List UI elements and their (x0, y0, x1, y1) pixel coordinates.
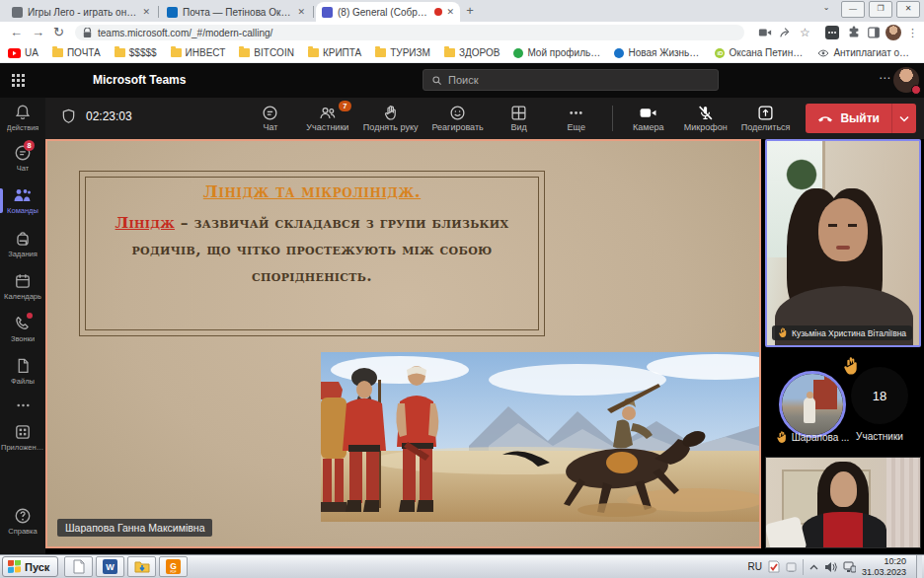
toolbar-divider (612, 106, 613, 131)
extensions-puzzle-icon[interactable] (847, 26, 861, 39)
rail-item-help[interactable]: Справка (0, 507, 45, 536)
video-tile-speaker[interactable]: Кузьміна Христина Віталіївна (765, 139, 921, 347)
hidden-icons-chevron[interactable] (809, 564, 818, 570)
bookmark-star-icon[interactable]: ☆ (800, 26, 813, 39)
extension-badge-icon[interactable] (825, 26, 839, 39)
tray-tool-icon[interactable] (786, 561, 797, 573)
browser-address-bar: ← → ↻ teams.microsoft.com/_#/modern-call… (0, 22, 924, 43)
leave-button[interactable]: Выйти (806, 104, 916, 133)
url-omnibox[interactable]: teams.microsoft.com/_#/modern-calling/ (75, 25, 744, 40)
tab-close-icon[interactable]: ✕ (142, 7, 150, 17)
tab-search-chevron-icon[interactable]: ⌄ (815, 1, 837, 16)
rail-item-teams[interactable]: Команды (0, 186, 45, 215)
teams-header-more-icon[interactable]: ⋯ (879, 71, 891, 85)
waffle-menu-icon[interactable] (12, 74, 25, 87)
window-close-button[interactable]: ✕ (896, 1, 920, 18)
react-button[interactable]: Реагировать (428, 105, 488, 132)
participants-count-circle[interactable]: 18 (851, 367, 908, 424)
teams-icon (13, 186, 33, 204)
leave-options-chevron-icon[interactable] (891, 104, 916, 133)
participants-button[interactable]: 7 Участники (302, 105, 353, 132)
taskbar-app-pdf[interactable]: GPDF (159, 556, 188, 577)
browser-tab-1[interactable]: Игры Лего - играть онлайн бес ✕ (6, 2, 156, 22)
bookmark-item[interactable]: Антиплагиат онлай... (817, 47, 910, 58)
network-icon[interactable] (843, 561, 856, 573)
view-button[interactable]: Вид (494, 105, 545, 132)
tray-divider (803, 559, 804, 575)
volume-icon[interactable] (824, 561, 837, 573)
tab-title: (8) General (Собрание) | Mi (338, 7, 431, 18)
rail-item-files[interactable]: Файлы (0, 357, 45, 386)
side-panel-icon[interactable] (867, 26, 881, 39)
chat-button[interactable]: Чат (245, 105, 296, 132)
language-bar-icon[interactable] (768, 560, 780, 573)
bookmark-item[interactable]: UA (8, 47, 38, 58)
taskbar-app-downloads-folder[interactable] (127, 556, 156, 577)
forward-icon[interactable]: → (32, 22, 44, 43)
browser-profile-avatar[interactable] (886, 25, 901, 40)
tab-close-icon[interactable]: ✕ (446, 7, 454, 17)
react-icon (449, 105, 466, 121)
tab-separator (313, 6, 314, 18)
browser-tab-2[interactable]: Почта — Петінова Оксана Бор ✕ (161, 2, 311, 22)
share-button[interactable]: Поделиться (737, 105, 795, 132)
orcid-icon: iD (715, 48, 725, 58)
mic-button[interactable]: Микрофон (680, 105, 732, 132)
more-button[interactable]: Еще (551, 105, 602, 132)
word-icon: W (103, 559, 117, 574)
bookmark-item[interactable]: ЗДОРОВ (444, 47, 500, 58)
bookmark-item[interactable]: КРИПТА (308, 47, 361, 58)
participants-count: 18 (873, 389, 886, 403)
bookmark-item[interactable]: ИНВЕСТ (171, 47, 226, 58)
tab-camera-icon[interactable] (758, 26, 772, 39)
video-tile-self[interactable] (765, 457, 921, 548)
bookmark-item[interactable]: ТУРИЗМ (375, 47, 430, 58)
slide-title: Лінідж та мікролінідж. (98, 181, 526, 201)
pdf-app-icon: GPDF (166, 559, 181, 574)
taskbar-app-document[interactable] (64, 556, 93, 577)
bookmark-item[interactable]: $$$$$ (115, 47, 157, 58)
mouth (836, 246, 850, 250)
rail-item-more[interactable] (0, 399, 45, 411)
rail-item-apps[interactable]: Приложени... (0, 423, 45, 452)
rail-item-calls[interactable]: Звонки (0, 315, 45, 343)
window-restore-button[interactable]: ❐ (869, 1, 892, 18)
outlook-favicon (167, 7, 178, 18)
bookmarks-bar: UA ПОЧТА $$$$$ ИНВЕСТ BITCOIN КРИПТА ТУР… (0, 43, 924, 63)
folder-icon (444, 48, 455, 57)
bookmark-item[interactable]: iDОксана Петинова (... (715, 47, 804, 58)
taskbar-clock[interactable]: 10:20 31.03.2023 (862, 556, 906, 578)
participant-avatar[interactable] (779, 371, 846, 438)
show-desktop-button[interactable] (916, 555, 922, 578)
bookmark-item[interactable]: Новая Жизнь | Оф... (614, 47, 701, 58)
browser-menu-kebab-icon[interactable]: ⋮ (907, 22, 918, 43)
game-favicon (12, 7, 23, 18)
raise-hand-button[interactable]: Поднять руку (359, 105, 423, 132)
slide-term: Лінідж (116, 213, 175, 232)
bookmark-item[interactable]: ПОЧТА (52, 47, 101, 58)
rail-item-assignments[interactable]: Задания (0, 230, 45, 258)
folder-icon (115, 48, 125, 57)
rail-item-activity[interactable]: Действия (0, 104, 45, 132)
bookmark-item[interactable]: Мой профиль • OL... (513, 47, 600, 58)
slide-body-text: – зазвичай складався з групи близьких ро… (132, 213, 509, 285)
teams-search-input[interactable]: Поиск (423, 69, 719, 91)
raise-hand-icon (383, 105, 399, 121)
taskbar-app-word[interactable]: W (96, 556, 124, 577)
language-indicator[interactable]: RU (748, 561, 762, 572)
back-icon[interactable]: ← (10, 22, 23, 43)
browser-tab-active[interactable]: (8) General (Собрание) | Mi ✕ (316, 2, 460, 22)
start-button[interactable]: Пуск (2, 556, 58, 577)
bookmark-label: UA (25, 47, 38, 58)
window-minimize-button[interactable]: — (841, 1, 865, 18)
reload-icon[interactable]: ↻ (53, 22, 64, 43)
calendar-icon (14, 272, 32, 290)
curtain (886, 458, 920, 547)
share-page-icon[interactable] (779, 26, 793, 39)
rail-item-chat[interactable]: 8 Чат (0, 144, 45, 173)
new-tab-button[interactable]: + (462, 3, 478, 19)
bookmark-item[interactable]: BITCOIN (239, 47, 294, 58)
camera-button[interactable]: Камера (623, 105, 674, 132)
tab-close-icon[interactable]: ✕ (297, 7, 305, 17)
rail-item-calendar[interactable]: Календарь (0, 272, 45, 301)
